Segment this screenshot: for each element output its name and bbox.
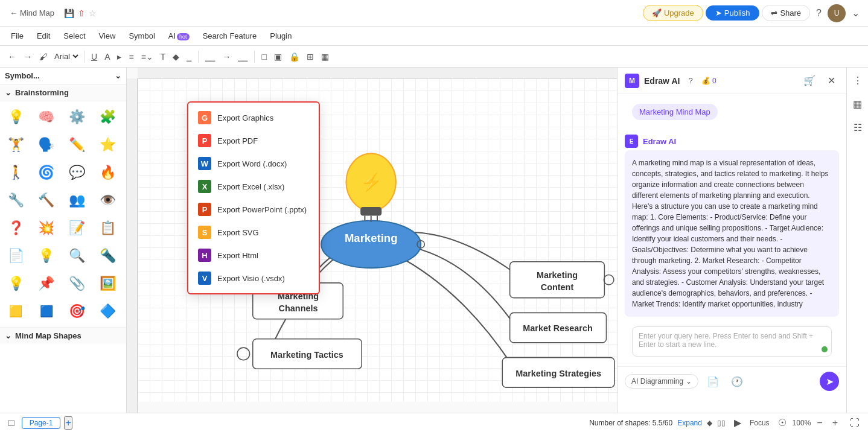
arrow-button[interactable]: →: [219, 50, 234, 63]
shape-puzzle[interactable]: 🧩: [94, 104, 121, 130]
group-button[interactable]: ⊞: [304, 50, 317, 63]
menu-plugin[interactable]: Plugin: [264, 29, 298, 43]
stack-icon[interactable]: ▯▯: [717, 419, 726, 427]
dropdown-item-4[interactable]: P Export PowerPoint (.pptx): [188, 198, 319, 221]
shape-list[interactable]: 📄: [2, 243, 29, 269]
brainstorming-section[interactable]: ⌄ Brainstorming: [0, 84, 126, 101]
upgrade-button[interactable]: 🚀 Upgrade: [643, 5, 703, 21]
shape-star[interactable]: ⭐: [94, 132, 121, 158]
text-button[interactable]: T: [158, 50, 169, 63]
line-style-button[interactable]: ⎯⎯: [235, 50, 251, 63]
border-button[interactable]: □: [258, 50, 269, 63]
page-nav-left[interactable]: □: [5, 415, 18, 431]
shape-pencil[interactable]: ✏️: [64, 132, 91, 158]
panel-chevron[interactable]: ⌄: [115, 71, 121, 80]
shape-figure-yellow[interactable]: 🏋️: [2, 132, 29, 158]
shape-gear-green[interactable]: ⚙️: [64, 104, 91, 130]
shape-head-green[interactable]: 🗣️: [33, 132, 60, 158]
page-tab[interactable]: Page-1: [22, 417, 61, 429]
zoom-in-button[interactable]: +: [829, 415, 841, 431]
lock-button[interactable]: 🔒: [286, 50, 302, 63]
menu-search[interactable]: Search Feature: [197, 29, 263, 43]
star-icon[interactable]: ☆: [89, 8, 97, 18]
menu-edit[interactable]: Edit: [31, 29, 56, 43]
shape-question[interactable]: ❓: [2, 215, 29, 241]
ai-attach-button[interactable]: 📄: [703, 373, 723, 390]
shape-lightbulb-green[interactable]: 💡: [2, 104, 29, 130]
dropdown-item-3[interactable]: X Export Excel (.xlsx): [188, 175, 319, 198]
fill-button[interactable]: ◆: [170, 50, 182, 63]
export-icon[interactable]: ⇧: [78, 8, 85, 18]
shape-note[interactable]: 📝: [64, 215, 91, 241]
shape-rect-blue[interactable]: 🟦: [33, 298, 60, 325]
shape-pin[interactable]: 📌: [33, 270, 60, 297]
shape-magnifier[interactable]: 🔍: [64, 243, 91, 269]
shape-checklist[interactable]: 📋: [94, 215, 121, 241]
menu-ai[interactable]: AIhot: [162, 29, 196, 43]
shape-image[interactable]: 🖼️: [94, 270, 121, 297]
table-button[interactable]: ▦: [318, 50, 332, 63]
shape-figure2[interactable]: 🚶: [2, 159, 29, 186]
avatar[interactable]: U: [828, 4, 846, 22]
shape-rect-yellow[interactable]: 🟨: [2, 298, 29, 325]
shape-brain-pink[interactable]: 🧠: [33, 104, 60, 130]
shape-burst[interactable]: 💥: [33, 215, 60, 241]
menu-view[interactable]: View: [93, 29, 122, 43]
right-expand-icon[interactable]: ⋮: [850, 72, 865, 89]
add-page-button[interactable]: +: [64, 416, 72, 430]
ai-history-button[interactable]: 🕐: [727, 373, 747, 390]
underline-button[interactable]: U: [88, 50, 100, 63]
dropdown-item-7[interactable]: V Export Visio (.vsdx): [188, 267, 319, 290]
dropdown-item-6[interactable]: H Export Html: [188, 244, 319, 267]
ai-help-button[interactable]: ?: [685, 74, 696, 87]
expand-link[interactable]: Expand: [677, 419, 702, 427]
zoom-out-button[interactable]: −: [813, 415, 826, 431]
dropdown-item-0[interactable]: G Export Graphics: [188, 106, 319, 129]
shape-fire[interactable]: 🔥: [94, 159, 121, 186]
redo-button[interactable]: →: [21, 50, 35, 63]
shape-bulb2[interactable]: 💡: [33, 243, 60, 269]
mind-map-shapes-section[interactable]: ⌄ Mind Map Shapes: [0, 327, 126, 344]
zoom-options-button[interactable]: ☉: [774, 415, 790, 431]
dropdown-item-1[interactable]: P Export PDF: [188, 129, 319, 152]
ai-send-button[interactable]: ➤: [820, 372, 839, 391]
account-chevron[interactable]: ⌄: [848, 5, 863, 21]
font-size-button[interactable]: ▸: [114, 50, 124, 63]
dropdown-item-2[interactable]: W Export Word (.docx): [188, 152, 319, 175]
shape-wrench[interactable]: 🔨: [33, 187, 60, 214]
ai-close-button[interactable]: ✕: [824, 72, 839, 89]
align-button[interactable]: ≡: [126, 50, 136, 63]
shape-gear2[interactable]: 🔧: [2, 187, 29, 214]
ai-cart-button[interactable]: 🛒: [800, 72, 819, 89]
back-button[interactable]: ← Mind Map: [5, 6, 59, 20]
undo-button[interactable]: ←: [5, 50, 19, 63]
ai-mode-button[interactable]: AI Diagramming ⌄: [625, 374, 698, 389]
fullscreen-button[interactable]: ⛶: [846, 415, 863, 431]
shape-misc2[interactable]: 🔷: [94, 298, 121, 325]
menu-select[interactable]: Select: [57, 29, 91, 43]
focus-button[interactable]: ▶: [730, 415, 745, 431]
right-layers-icon[interactable]: ▦: [850, 96, 864, 112]
shape-spiral[interactable]: 🌀: [33, 159, 60, 186]
share-button[interactable]: ⇌ Share: [762, 5, 810, 21]
marketing-chip[interactable]: Marketing Mind Map: [632, 104, 718, 120]
help-button[interactable]: ?: [812, 5, 825, 21]
shape-eye[interactable]: 👁️: [94, 187, 121, 214]
shape-speech[interactable]: 💬: [64, 159, 91, 186]
shape-bulb4[interactable]: 💡: [2, 270, 29, 297]
line-button[interactable]: ⎯: [183, 50, 194, 63]
shape-people[interactable]: 👥: [64, 187, 91, 214]
format-paint-button[interactable]: 🖌: [36, 50, 51, 63]
menu-file[interactable]: File: [5, 29, 30, 43]
ai-input-area[interactable]: Enter your query here. Press Enter to se…: [632, 326, 832, 357]
shape-misc1[interactable]: 🎯: [64, 298, 91, 325]
menu-symbol[interactable]: Symbol: [123, 29, 161, 43]
font-color-button[interactable]: A: [101, 50, 113, 63]
publish-button[interactable]: ➤ Publish: [706, 5, 760, 21]
font-select[interactable]: Arial: [52, 51, 80, 62]
right-grid-icon[interactable]: ☷: [851, 119, 864, 136]
shadow-button[interactable]: ▣: [271, 50, 285, 63]
shape-clip[interactable]: 📎: [64, 270, 91, 297]
dropdown-item-5[interactable]: S Export SVG: [188, 221, 319, 244]
canvas-area[interactable]: Marketing Marketing Channels Marketing T…: [127, 68, 617, 413]
